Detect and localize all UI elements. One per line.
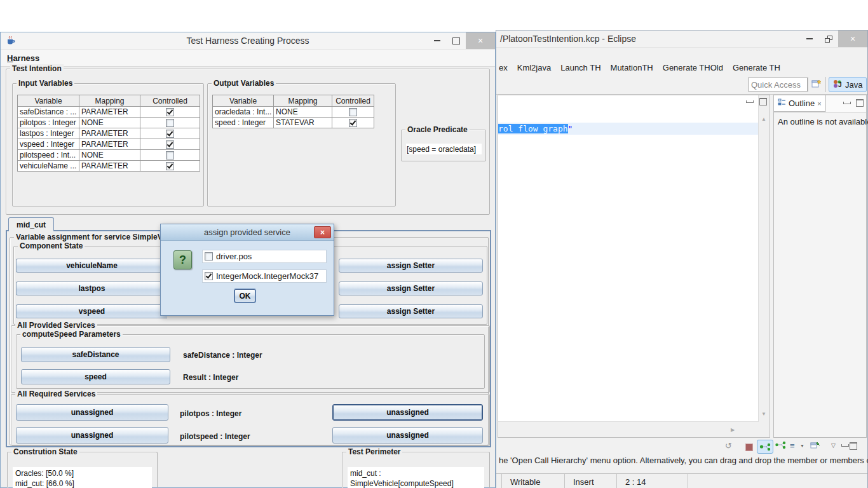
constrution-state-label: Constrution State bbox=[11, 447, 79, 456]
table-header: Variable Mapping Controlled bbox=[213, 95, 374, 106]
eclipse-titlebar[interactable]: /PlatoonTestIntention.kcp - Eclipse × bbox=[496, 30, 867, 48]
vertical-scrollbar[interactable] bbox=[758, 95, 770, 437]
eclipse-window-title: /PlatoonTestIntention.kcp - Eclipse bbox=[496, 34, 636, 44]
test-perimeter-box: mid_cut : SimpleVehicle[computeSpeed] bbox=[348, 467, 484, 488]
ok-button[interactable]: OK bbox=[234, 289, 255, 302]
tab-outline[interactable]: Outline × bbox=[774, 95, 826, 112]
minimize-view-icon[interactable] bbox=[746, 100, 754, 103]
unassigned-button[interactable]: unassigned bbox=[16, 427, 168, 444]
maximize-icon[interactable] bbox=[452, 37, 460, 44]
maximize-view-icon[interactable] bbox=[856, 99, 864, 107]
minimize-view-icon[interactable] bbox=[843, 102, 851, 104]
assign-setter-button[interactable]: assign Setter bbox=[339, 259, 483, 273]
svg-text:J: J bbox=[838, 81, 842, 88]
mapping-cell[interactable]: NONE bbox=[79, 150, 140, 160]
vspeed-button[interactable]: vspeed bbox=[16, 304, 167, 318]
open-perspective-icon[interactable] bbox=[811, 79, 822, 91]
variable-cell[interactable]: safeDistance : ... bbox=[18, 107, 79, 117]
quick-access-input[interactable] bbox=[748, 78, 808, 92]
variable-cell[interactable]: vspeed : Integer bbox=[18, 139, 79, 149]
restore-icon[interactable] bbox=[825, 36, 832, 43]
service-checkbox[interactable] bbox=[205, 272, 213, 280]
mapping-cell[interactable]: PARAMETER bbox=[79, 139, 140, 149]
menu-item-launch-th[interactable]: Launch TH bbox=[560, 63, 600, 72]
variable-cell[interactable]: speed : Integer bbox=[213, 118, 273, 128]
menu-item-generate-th[interactable]: Generate TH bbox=[733, 63, 780, 72]
selected-text[interactable]: rol flow graph bbox=[498, 124, 568, 133]
variable-cell[interactable]: pilotpos : Integer bbox=[18, 118, 79, 128]
controlled-cell bbox=[140, 118, 200, 128]
column-header[interactable]: Controlled bbox=[332, 95, 374, 106]
result-type-label: Result : Integer bbox=[183, 373, 238, 382]
close-button[interactable]: × bbox=[314, 226, 331, 238]
controlled-checkbox[interactable] bbox=[349, 119, 357, 127]
column-header[interactable]: Mapping bbox=[273, 95, 332, 106]
dropdown-icon[interactable]: ▼ bbox=[800, 444, 804, 448]
maximize-view-icon[interactable] bbox=[759, 98, 767, 105]
table-row: oracledata : Int... NONE bbox=[213, 106, 374, 117]
caller-hierarchy-button[interactable] bbox=[757, 440, 773, 454]
unassigned-button[interactable]: unassigned bbox=[332, 427, 483, 444]
mapping-cell[interactable]: NONE bbox=[79, 118, 140, 128]
java-perspective-button[interactable]: J Java bbox=[829, 77, 867, 92]
dialog-titlebar[interactable]: assign provided service × bbox=[161, 224, 334, 241]
variable-cell[interactable]: vehiculeName ... bbox=[18, 161, 79, 171]
horizontal-scrollbar[interactable] bbox=[498, 421, 759, 437]
controlled-checkbox[interactable] bbox=[166, 119, 174, 127]
column-header[interactable]: Mapping bbox=[79, 95, 140, 106]
service-checkbox[interactable] bbox=[205, 252, 213, 261]
variable-cell[interactable]: oracledata : Int... bbox=[213, 107, 273, 117]
controlled-checkbox[interactable] bbox=[349, 108, 357, 116]
scroll-down-icon[interactable]: ▼ bbox=[761, 411, 766, 417]
column-header[interactable]: Controlled bbox=[140, 95, 200, 106]
minimize-view-icon[interactable] bbox=[841, 444, 849, 447]
view-menu-icon[interactable]: ▽ bbox=[831, 442, 836, 449]
vehiculename-button[interactable]: vehiculeName bbox=[16, 259, 167, 273]
menu-item-mutationth[interactable]: MutationTH bbox=[611, 63, 653, 72]
lastpos-button[interactable]: lastpos bbox=[16, 281, 167, 295]
column-header[interactable]: Variable bbox=[213, 95, 273, 106]
scroll-up-icon[interactable]: ▲ bbox=[761, 116, 766, 122]
menu-item-harness[interactable]: Harness bbox=[7, 53, 39, 63]
close-button[interactable]: × bbox=[466, 32, 495, 49]
eclipse-window-controls: × bbox=[800, 30, 867, 47]
constrution-state-box: Oracles: [50.0 %] mid_cut: [66.0 %] bbox=[13, 467, 152, 488]
unassigned-button[interactable]: unassigned bbox=[332, 404, 483, 421]
scroll-right-icon[interactable]: ▶ bbox=[731, 427, 735, 433]
assign-setter-button[interactable]: assign Setter bbox=[339, 281, 483, 295]
variable-cell[interactable]: pilotspeed : Int... bbox=[18, 150, 79, 160]
minimize-icon[interactable] bbox=[434, 40, 440, 41]
stop-icon[interactable] bbox=[745, 444, 753, 451]
list-layout-icon[interactable]: ≡ bbox=[790, 441, 795, 451]
mapping-cell[interactable]: PARAMETER bbox=[79, 128, 140, 139]
safedistance-button[interactable]: safeDistance bbox=[21, 347, 170, 362]
tab-mid-cut[interactable]: mid_cut bbox=[8, 217, 54, 231]
refresh-icon[interactable]: ↺ bbox=[725, 441, 732, 451]
controlled-checkbox[interactable] bbox=[166, 140, 174, 149]
maximize-view-icon[interactable] bbox=[850, 442, 857, 450]
close-button[interactable]: × bbox=[838, 30, 867, 47]
mapping-cell[interactable]: PARAMETER bbox=[79, 161, 140, 171]
menu-item-ex[interactable]: ex bbox=[499, 63, 508, 72]
mapping-cell[interactable]: PARAMETER bbox=[79, 107, 140, 117]
close-tab-icon[interactable]: × bbox=[817, 100, 821, 107]
menu-item-generate-thold[interactable]: Generate THOld bbox=[663, 63, 723, 72]
mapping-cell[interactable]: NONE bbox=[273, 107, 332, 117]
callee-hierarchy-icon[interactable] bbox=[775, 441, 786, 449]
variable-cell[interactable]: lastpos : Integer bbox=[18, 128, 79, 139]
minimize-icon[interactable] bbox=[806, 38, 813, 39]
controlled-checkbox[interactable] bbox=[166, 130, 174, 138]
speed-button[interactable]: speed bbox=[21, 369, 170, 384]
controlled-checkbox[interactable] bbox=[166, 151, 174, 159]
harness-titlebar[interactable]: Test Harness Creating Process × bbox=[1, 32, 495, 50]
code-editor[interactable]: rol flow graph" ▲ ▼ ▶ bbox=[498, 95, 770, 438]
column-header[interactable]: Variable bbox=[18, 95, 79, 106]
harness-menubar: Harness bbox=[1, 50, 495, 67]
pin-view-icon[interactable] bbox=[810, 441, 820, 450]
mapping-cell[interactable]: STATEVAR bbox=[273, 118, 332, 128]
controlled-checkbox[interactable] bbox=[166, 108, 174, 116]
controlled-checkbox[interactable] bbox=[166, 162, 174, 170]
unassigned-button[interactable]: unassigned bbox=[16, 404, 168, 421]
assign-setter-button[interactable]: assign Setter bbox=[339, 304, 483, 318]
menu-item-kml2java[interactable]: Kml2java bbox=[517, 63, 551, 72]
